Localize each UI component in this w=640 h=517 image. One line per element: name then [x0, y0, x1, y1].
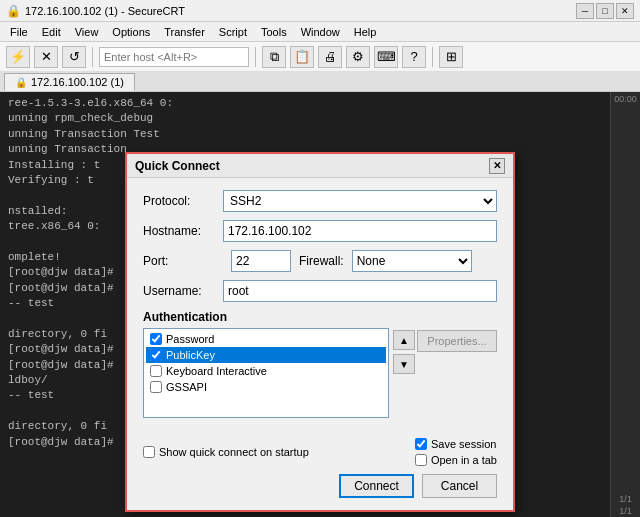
auth-item-keyboard-interactive[interactable]: Keyboard Interactive — [146, 363, 386, 379]
auth-item-publickey[interactable]: PublicKey — [146, 347, 386, 363]
move-up-button[interactable]: ▲ — [393, 330, 415, 350]
toolbar-btn-extra[interactable]: ⊞ — [439, 46, 463, 68]
protocol-row: Protocol: SSH2SSH1TelnetRLoginSerial — [143, 190, 497, 212]
auth-item-password[interactable]: Password — [146, 331, 386, 347]
protocol-select[interactable]: SSH2SSH1TelnetRLoginSerial — [223, 190, 497, 212]
firewall-select[interactable]: NoneAutomaticCustom — [352, 250, 472, 272]
quick-connect-dialog: Quick Connect ✕ Protocol: SSH2SSH1Telnet… — [125, 152, 515, 512]
auth-checkbox-password[interactable] — [150, 333, 162, 345]
menu-script[interactable]: Script — [213, 25, 253, 39]
toolbar-separator-3 — [432, 47, 433, 67]
tab-session-1[interactable]: 🔒 172.16.100.102 (1) — [4, 73, 135, 91]
auth-checkbox-publickey[interactable] — [150, 349, 162, 361]
toolbar-separator-2 — [255, 47, 256, 67]
toolbar-btn-help[interactable]: ? — [402, 46, 426, 68]
tab-icon: 🔒 — [15, 77, 27, 88]
app-icon: 🔒 — [6, 4, 21, 18]
open-in-tab-checkbox[interactable] — [415, 454, 427, 466]
auth-label-keyboard-interactive: Keyboard Interactive — [166, 365, 267, 377]
auth-checkbox-keyboard-interactive[interactable] — [150, 365, 162, 377]
connect-button[interactable]: Connect — [339, 474, 414, 498]
menu-file[interactable]: File — [4, 25, 34, 39]
auth-item-gssapi[interactable]: GSSAPI — [146, 379, 386, 395]
right-options: Save session Open in a tab — [415, 438, 497, 466]
username-input[interactable] — [223, 280, 497, 302]
tab-label: 172.16.100.102 (1) — [31, 76, 124, 88]
auth-label-gssapi: GSSAPI — [166, 381, 207, 393]
title-bar-controls: ─ □ ✕ — [576, 3, 634, 19]
toolbar-btn-reconnect[interactable]: ↺ — [62, 46, 86, 68]
move-down-button[interactable]: ▼ — [393, 354, 415, 374]
menu-transfer[interactable]: Transfer — [158, 25, 211, 39]
dialog-title: Quick Connect — [135, 159, 220, 173]
properties-button[interactable]: Properties... — [417, 330, 497, 352]
show-quick-connect-text: Show quick connect on startup — [159, 446, 309, 458]
show-quick-connect-checkbox[interactable] — [143, 446, 155, 458]
port-firewall-row: Port: Firewall: NoneAutomaticCustom — [143, 250, 497, 272]
username-label: Username: — [143, 284, 223, 298]
dialog-bottom: Show quick connect on startup Save sessi… — [127, 430, 513, 510]
dialog-body: Protocol: SSH2SSH1TelnetRLoginSerial Hos… — [127, 178, 513, 430]
tab-bar: 🔒 172.16.100.102 (1) — [0, 72, 640, 92]
main-window: 🔒 172.16.100.102 (1) - SecureCRT ─ □ ✕ F… — [0, 0, 640, 517]
maximize-button[interactable]: □ — [596, 3, 614, 19]
window-title: 172.16.100.102 (1) - SecureCRT — [25, 5, 185, 17]
menu-options[interactable]: Options — [106, 25, 156, 39]
menu-window[interactable]: Window — [295, 25, 346, 39]
save-session-text: Save session — [431, 438, 496, 450]
save-session-label[interactable]: Save session — [415, 438, 497, 450]
address-bar[interactable] — [99, 47, 249, 67]
open-in-tab-text: Open in a tab — [431, 454, 497, 466]
menu-tools[interactable]: Tools — [255, 25, 293, 39]
auth-section: Authentication Password PublicKey — [143, 310, 497, 418]
auth-label-password: Password — [166, 333, 214, 345]
hostname-label: Hostname: — [143, 224, 223, 238]
menu-bar: File Edit View Options Transfer Script T… — [0, 22, 640, 42]
title-bar-left: 🔒 172.16.100.102 (1) - SecureCRT — [6, 4, 185, 18]
toolbar-separator-1 — [92, 47, 93, 67]
show-quick-connect-label[interactable]: Show quick connect on startup — [143, 438, 309, 466]
dialog-titlebar: Quick Connect ✕ — [127, 154, 513, 178]
bottom-options: Show quick connect on startup Save sessi… — [143, 438, 497, 466]
title-bar: 🔒 172.16.100.102 (1) - SecureCRT ─ □ ✕ — [0, 0, 640, 22]
auth-section-label: Authentication — [143, 310, 497, 324]
menu-edit[interactable]: Edit — [36, 25, 67, 39]
firewall-label: Firewall: — [299, 254, 344, 268]
menu-help[interactable]: Help — [348, 25, 383, 39]
toolbar-btn-disconnect[interactable]: ✕ — [34, 46, 58, 68]
auth-checkbox-gssapi[interactable] — [150, 381, 162, 393]
open-in-tab-label[interactable]: Open in a tab — [415, 454, 497, 466]
save-session-checkbox[interactable] — [415, 438, 427, 450]
minimize-button[interactable]: ─ — [576, 3, 594, 19]
dialog-close-button[interactable]: ✕ — [489, 158, 505, 174]
toolbar-btn-lightning[interactable]: ⚡ — [6, 46, 30, 68]
toolbar-btn-paste[interactable]: 📋 — [290, 46, 314, 68]
toolbar: ⚡ ✕ ↺ ⧉ 📋 🖨 ⚙ ⌨ ? ⊞ — [0, 42, 640, 72]
auth-list: Password PublicKey Keyboard Interactive — [143, 328, 389, 418]
auth-label-publickey: PublicKey — [166, 349, 215, 361]
protocol-label: Protocol: — [143, 194, 223, 208]
auth-container: Password PublicKey Keyboard Interactive — [143, 328, 497, 418]
content-area: ree-1.5.3-3.el6.x86_64 0: unning rpm_che… — [0, 92, 640, 517]
close-button[interactable]: ✕ — [616, 3, 634, 19]
auth-controls: ▲ Properties... ▼ — [393, 328, 497, 418]
arrow-buttons: ▲ Properties... — [393, 330, 497, 352]
port-label: Port: — [143, 254, 223, 268]
dialog-overlay: Quick Connect ✕ Protocol: SSH2SSH1Telnet… — [0, 92, 640, 517]
toolbar-btn-settings[interactable]: ⚙ — [346, 46, 370, 68]
hostname-input[interactable] — [223, 220, 497, 242]
cancel-button[interactable]: Cancel — [422, 474, 497, 498]
hostname-row: Hostname: — [143, 220, 497, 242]
dialog-buttons: Connect Cancel — [143, 474, 497, 498]
toolbar-btn-print[interactable]: 🖨 — [318, 46, 342, 68]
username-row: Username: — [143, 280, 497, 302]
menu-view[interactable]: View — [69, 25, 105, 39]
toolbar-btn-copy[interactable]: ⧉ — [262, 46, 286, 68]
port-input[interactable] — [231, 250, 291, 272]
toolbar-btn-keymap[interactable]: ⌨ — [374, 46, 398, 68]
